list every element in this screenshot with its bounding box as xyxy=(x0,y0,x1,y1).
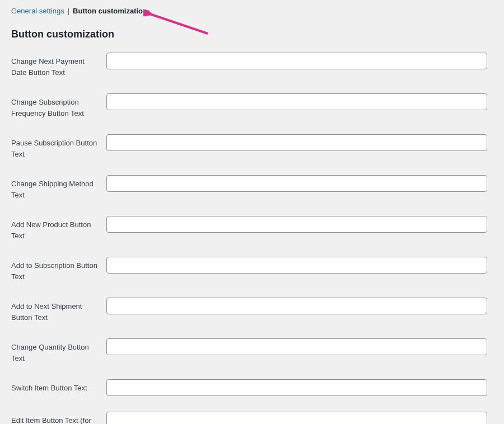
form-row-add-to-subscription: Add to Subscription Button Text xyxy=(11,257,493,282)
form-row-change-subscription-frequency: Change Subscription Frequency Button Tex… xyxy=(11,93,493,119)
field-wrap-add-to-subscription xyxy=(106,257,493,274)
input-pause-subscription[interactable] xyxy=(106,134,487,151)
input-add-to-subscription[interactable] xyxy=(106,257,487,274)
form-row-switch-item: Switch Item Button Text xyxy=(11,379,493,396)
form-row-edit-item: Edit Item Button Text (for bundle and co… xyxy=(11,412,493,424)
form-row-change-quantity: Change Quantity Button Text xyxy=(11,338,493,364)
label-change-shipping-method: Change Shipping Method Text xyxy=(11,175,106,200)
form-rows-container: Change Next Payment Date Button TextChan… xyxy=(11,53,493,424)
tab-general-settings[interactable]: General settings xyxy=(11,7,64,15)
field-wrap-pause-subscription xyxy=(106,134,493,151)
form-row-add-new-product: Add New Product Button Text xyxy=(11,216,493,241)
label-pause-subscription: Pause Subscription Button Text xyxy=(11,134,106,159)
input-edit-item[interactable] xyxy=(106,412,487,424)
field-wrap-change-next-payment-date xyxy=(106,53,493,69)
input-switch-item[interactable] xyxy=(106,379,487,396)
settings-panel: General settings | Button customization … xyxy=(0,0,504,424)
field-wrap-change-quantity xyxy=(106,338,493,355)
form-row-change-shipping-method: Change Shipping Method Text xyxy=(11,175,493,200)
label-edit-item: Edit Item Button Text (for bundle and co… xyxy=(11,412,106,424)
tab-row: General settings | Button customization xyxy=(11,6,493,21)
label-change-quantity: Change Quantity Button Text xyxy=(11,338,106,364)
input-add-new-product[interactable] xyxy=(106,216,487,233)
field-wrap-change-subscription-frequency xyxy=(106,93,493,110)
form-row-pause-subscription: Pause Subscription Button Text xyxy=(11,134,493,159)
label-change-subscription-frequency: Change Subscription Frequency Button Tex… xyxy=(11,93,106,119)
input-add-to-next-shipment[interactable] xyxy=(106,298,487,314)
form-row-add-to-next-shipment: Add to Next Shipment Button Text xyxy=(11,298,493,323)
input-change-subscription-frequency[interactable] xyxy=(106,93,487,110)
section-title: Button customization xyxy=(11,29,493,40)
tab-button-customization[interactable]: Button customization xyxy=(73,7,147,15)
field-wrap-add-new-product xyxy=(106,216,493,233)
field-wrap-change-shipping-method xyxy=(106,175,493,192)
field-wrap-switch-item xyxy=(106,379,493,396)
field-wrap-add-to-next-shipment xyxy=(106,298,493,314)
label-add-to-next-shipment: Add to Next Shipment Button Text xyxy=(11,298,106,323)
input-change-shipping-method[interactable] xyxy=(106,175,487,192)
label-add-to-subscription: Add to Subscription Button Text xyxy=(11,257,106,282)
form-row-change-next-payment-date: Change Next Payment Date Button Text xyxy=(11,53,493,78)
field-wrap-edit-item xyxy=(106,412,493,424)
input-change-quantity[interactable] xyxy=(106,338,487,355)
tab-separator: | xyxy=(68,7,69,15)
label-change-next-payment-date: Change Next Payment Date Button Text xyxy=(11,53,106,78)
label-add-new-product: Add New Product Button Text xyxy=(11,216,106,241)
label-switch-item: Switch Item Button Text xyxy=(11,379,106,394)
input-change-next-payment-date[interactable] xyxy=(106,53,487,69)
